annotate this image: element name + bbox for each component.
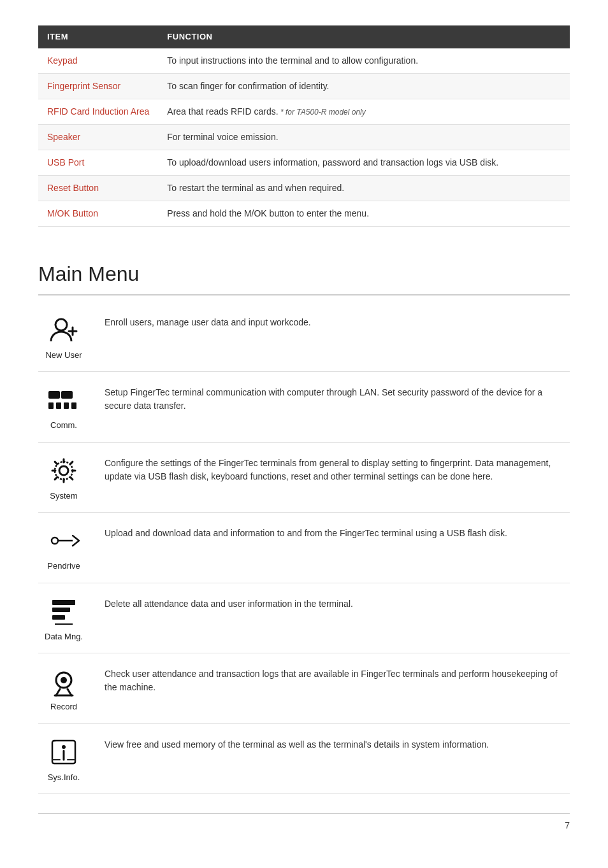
table-row-item: M/OK Button xyxy=(38,201,158,226)
menu-label-new-user: New User xyxy=(45,349,82,362)
table-header-function: FUNCTION xyxy=(158,25,570,48)
svg-rect-14 xyxy=(52,608,70,612)
svg-point-9 xyxy=(59,466,68,475)
table-row-function: Press and hold the M/OK button to enter … xyxy=(158,201,570,226)
menu-desc-sys-info: View free and used memory of the termina… xyxy=(105,736,570,751)
svg-rect-7 xyxy=(64,402,69,409)
page-number: 7 xyxy=(38,813,570,832)
menu-label-pendrive: Pendrive xyxy=(47,560,80,573)
menu-item-sys-info: Sys.Info.View free and used memory of th… xyxy=(38,724,570,795)
menu-desc-record: Check user attendance and transaction lo… xyxy=(105,665,570,694)
menu-item-left-data-mng: Data Mng. xyxy=(38,595,89,643)
table-row-item: Speaker xyxy=(38,124,158,150)
new-user-icon xyxy=(47,313,80,346)
svg-point-21 xyxy=(62,745,66,749)
table-row-note: * for TA500-R model only xyxy=(279,108,366,117)
svg-point-11 xyxy=(52,537,58,544)
svg-rect-13 xyxy=(52,600,75,605)
table-row-function: For terminal voice emission. xyxy=(158,124,570,150)
svg-rect-15 xyxy=(52,615,65,620)
menu-item-left-comm: Comm. xyxy=(38,383,89,432)
menu-label-record: Record xyxy=(50,701,77,713)
svg-point-18 xyxy=(61,677,67,683)
menu-item-new-user: New UserEnroll users, manage user data a… xyxy=(38,302,570,373)
table-row-function: To upload/download users information, pa… xyxy=(158,150,570,175)
table-row-item: RFID Card Induction Area xyxy=(38,99,158,124)
menu-label-sys-info: Sys.Info. xyxy=(48,771,80,784)
svg-point-0 xyxy=(55,319,67,331)
menu-desc-new-user: Enroll users, manage user data and input… xyxy=(105,313,570,329)
svg-rect-8 xyxy=(71,402,76,409)
svg-rect-5 xyxy=(48,402,54,409)
menu-item-pendrive: PendriveUpload and download data and inf… xyxy=(38,513,570,583)
menu-item-left-pendrive: Pendrive xyxy=(38,524,89,573)
comm-icon xyxy=(47,383,80,416)
system-icon xyxy=(47,454,80,487)
table-header-item: ITEM xyxy=(38,25,158,48)
menu-list: New UserEnroll users, manage user data a… xyxy=(38,302,570,795)
menu-item-left-system: System xyxy=(38,454,89,502)
sys-info-icon xyxy=(47,736,80,769)
menu-desc-data-mng: Delete all attendance data and user info… xyxy=(105,595,570,611)
svg-rect-4 xyxy=(61,391,73,399)
menu-label-data-mng: Data Mng. xyxy=(45,630,83,643)
menu-item-left-sys-info: Sys.Info. xyxy=(38,736,89,784)
table-row-function: To input instructions into the terminal … xyxy=(158,48,570,74)
table-row-item: Reset Button xyxy=(38,175,158,201)
svg-rect-3 xyxy=(48,391,60,399)
data-mng-icon xyxy=(47,595,80,628)
pendrive-icon xyxy=(47,524,80,557)
table-row-item: Fingerprint Sensor xyxy=(38,73,158,99)
table-row-function: Area that reads RFID cards. * for TA500-… xyxy=(158,99,570,124)
menu-item-left-record: Record xyxy=(38,665,89,713)
record-icon xyxy=(47,665,80,698)
table-row-function: To restart the terminal as and when requ… xyxy=(158,175,570,201)
menu-item-comm: Comm.Setup FingerTec terminal communicat… xyxy=(38,372,570,443)
menu-label-comm: Comm. xyxy=(50,419,77,432)
menu-desc-pendrive: Upload and download data and information… xyxy=(105,524,570,540)
svg-rect-6 xyxy=(56,402,61,409)
table-row-function: To scan finger for confirmation of ident… xyxy=(158,73,570,99)
menu-item-system: SystemConfigure the settings of the Fing… xyxy=(38,443,570,513)
menu-item-record: RecordCheck user attendance and transact… xyxy=(38,653,570,724)
menu-label-system: System xyxy=(50,490,77,502)
menu-item-data-mng: Data Mng.Delete all attendance data and … xyxy=(38,583,570,654)
table-row-item: USB Port xyxy=(38,150,158,175)
table-row-item: Keypad xyxy=(38,48,158,74)
main-menu-title: Main Menu xyxy=(38,259,570,295)
menu-desc-comm: Setup FingerTec terminal communication w… xyxy=(105,383,570,413)
info-table: ITEM FUNCTION KeypadTo input instruction… xyxy=(38,25,570,227)
menu-desc-system: Configure the settings of the FingerTec … xyxy=(105,454,570,483)
menu-item-left-new-user: New User xyxy=(38,313,89,362)
